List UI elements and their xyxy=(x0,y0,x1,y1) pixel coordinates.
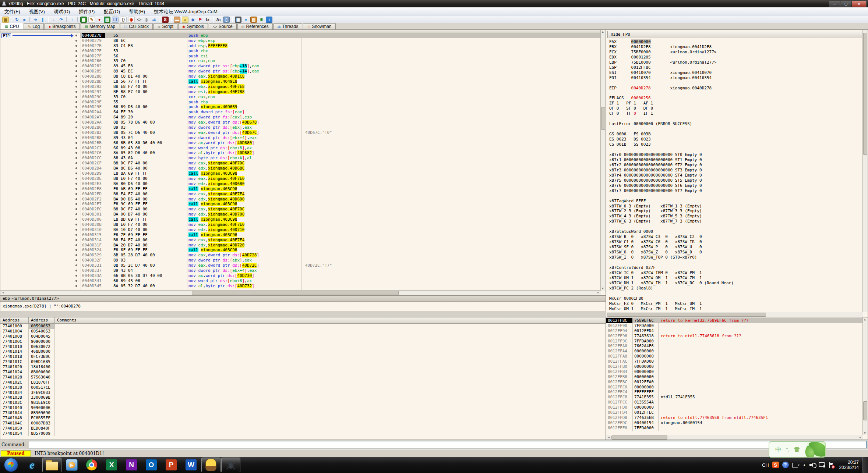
bug-report-icon[interactable]: ✱ xyxy=(258,17,264,22)
register-line[interactable]: EIP 0040D278 xiongmao.0040D278 xyxy=(609,86,862,91)
dump-row[interactable]: 77401030000517CE xyxy=(0,385,606,390)
breakpoint-dot[interactable] xyxy=(75,157,77,159)
registers-panel[interactable]: Hide FPU EAX 00000000EBX 0041D2F8 xiongm… xyxy=(606,29,868,317)
register-line[interactable]: EDX 00001205 xyxy=(609,55,862,60)
tab-log[interactable]: ✎Log xyxy=(24,23,44,29)
register-line[interactable]: x87r6 00000000000000000000 ST6 Empty 0 xyxy=(609,183,862,188)
registers-hscrollbar[interactable] xyxy=(606,312,863,317)
tab-references[interactable]: ◎References xyxy=(237,23,273,29)
stack-row[interactable]: 0012FF8C7589EF6Creturn to kernel32.7589E… xyxy=(606,318,862,323)
register-line[interactable]: x87r4 00000000000000000000 ST4 Empty 0 xyxy=(609,173,862,178)
disasm-row[interactable]: 0040D29F68 69 D6 40 00push xiongmao.40D6… xyxy=(0,104,601,110)
snowman-icon[interactable]: S xyxy=(162,17,169,23)
breakpoint-dot[interactable] xyxy=(75,40,77,42)
register-line[interactable]: EBX 0041D2F8 xiongmao.0041D2F8 xyxy=(609,45,862,50)
disasm-row[interactable]: 0040D31AB8 E4 F7 40 00mov eax,xiongmao.4… xyxy=(0,238,601,243)
register-line[interactable]: x87ControlWord 027F xyxy=(609,265,862,270)
breakpoint-dot[interactable] xyxy=(75,270,77,271)
breakpoint-dot[interactable] xyxy=(75,178,77,179)
breakpoint-dot[interactable] xyxy=(75,234,77,236)
register-line[interactable]: OF 0 SF 0 DF 0 xyxy=(609,106,862,111)
step-out-icon[interactable]: ↑ xyxy=(69,17,75,22)
register-line[interactable]: x87StatusWord 0000 xyxy=(609,229,862,234)
minimize-button[interactable]: — xyxy=(829,1,840,7)
disasm-column-header[interactable] xyxy=(0,30,601,33)
dump-row[interactable]: 7740103C9B1EE9C0 xyxy=(0,400,606,405)
tab-memory-map[interactable]: ▤Memory Map xyxy=(81,23,119,29)
ime-status-popup[interactable]: 中 °, xyxy=(769,441,826,458)
disasm-row[interactable]: 0040D28DE8 56 77 FF FFcall xiongmao.4049… xyxy=(0,79,601,84)
stack-row[interactable]: 0012FF907FFDA000 xyxy=(606,323,862,328)
disasm-row[interactable]: 0040D2FCB8 DC F7 40 00mov eax,xiongmao.4… xyxy=(0,207,601,212)
network-icon[interactable] xyxy=(819,462,825,467)
menu-item[interactable]: 技术论坛:WwW.JmpOep.CoM xyxy=(149,8,222,16)
stack-row[interactable]: 0012FFCC0135554A xyxy=(606,400,862,405)
breakpoint-dot[interactable] xyxy=(75,162,77,164)
dump-row[interactable]: 774010343FE9C033 xyxy=(0,390,606,395)
register-line[interactable]: x87CW_PC 2 (Real8) xyxy=(609,286,862,291)
breakpoint-dot[interactable] xyxy=(75,106,77,108)
dump-row[interactable]: 77401008004D0045 xyxy=(0,334,606,339)
register-value[interactable]: 00000256 xyxy=(631,96,651,100)
globe-icon[interactable]: ● xyxy=(243,17,249,22)
ie-icon[interactable]: e xyxy=(22,458,42,472)
register-line[interactable] xyxy=(609,91,862,96)
dump-row[interactable]: 7740104C00087D83 xyxy=(0,421,606,426)
disasm-row[interactable]: 0040D2E3BA B0 D6 40 00mov edx,xiongmao.4… xyxy=(0,181,601,186)
register-line[interactable]: EFLAGS 00000256 xyxy=(609,96,862,101)
onenote-icon[interactable]: N xyxy=(122,458,141,472)
menu-item[interactable]: 视图(V) xyxy=(25,8,49,16)
stack-row[interactable]: 0012FFC4FFFFFFFF xyxy=(606,390,862,395)
stack-row[interactable]: 0012FFBC0012FFA0 xyxy=(606,380,862,385)
register-line[interactable] xyxy=(609,291,862,296)
step-into-icon[interactable]: ↓ xyxy=(51,17,57,22)
register-line[interactable] xyxy=(609,116,862,121)
disasm-row[interactable]: 0040D2A464 FF 30push dword ptr fs:[eax] xyxy=(0,110,601,115)
register-line[interactable]: LastError 00000000 (ERROR_SUCCESS) xyxy=(609,121,862,127)
breakpoint-dot[interactable] xyxy=(75,132,77,134)
disasm-row[interactable]: 0040D27E53push ebx xyxy=(0,49,601,54)
breakpoint-dot[interactable] xyxy=(75,111,77,113)
register-line[interactable]: CS 001B SS 0023 xyxy=(609,142,862,147)
dump-panel[interactable]: Address Address Comments 774010000059005… xyxy=(0,317,606,440)
register-line[interactable]: x87CW_DM 1 x87CW_IM 1 x87CW_RC 0 (Round … xyxy=(609,281,862,286)
sogou-input-icon[interactable]: S xyxy=(772,462,779,468)
start-button[interactable] xyxy=(0,458,22,472)
word-icon[interactable]: W xyxy=(181,458,201,472)
tab-breakpoints[interactable]: ●Breakpoints xyxy=(45,23,80,29)
register-line[interactable]: x87r2 00000000000000000000 ST2 Empty 0 xyxy=(609,163,862,168)
register-line[interactable]: EBP 75BE0000 <urlmon.Ordinal277> xyxy=(609,60,862,65)
register-value[interactable]: xiongmao.0040D278 xyxy=(651,86,712,90)
disasm-row[interactable]: 0040D27F56push esi xyxy=(0,54,601,59)
disasm-row[interactable]: 0040D288B8 C8 D1 40 00mov eax,xiongmao.4… xyxy=(0,74,601,79)
disasm-row[interactable]: 0040D315E8 7E 69 FF FFcall xiongmao.403C… xyxy=(0,232,601,238)
breakpoint-dot[interactable] xyxy=(75,275,77,277)
disasm-row[interactable]: 0040D32F89 03mov dword ptr ds:[ebx],eax xyxy=(0,258,601,263)
memory-map-icon[interactable]: ▤ xyxy=(104,17,110,23)
volume-icon[interactable] xyxy=(809,462,815,467)
menu-item[interactable]: 插件(P) xyxy=(74,8,99,16)
breakpoint-dot[interactable] xyxy=(75,198,77,200)
register-line[interactable]: GS 0000 FS 003B xyxy=(609,132,862,137)
command-input[interactable] xyxy=(29,441,867,448)
functions-icon[interactable]: fx xyxy=(205,17,211,22)
explorer-icon[interactable] xyxy=(42,458,61,472)
disasm-row[interactable]: 0040D28589 45 ECmov dword ptr ss:[ebp-14… xyxy=(0,69,601,74)
disasm-row[interactable]: 0040D2CC88 43 0Amov byte ptr ds:[ebx+A],… xyxy=(0,156,601,161)
run-icon[interactable]: ➔ xyxy=(32,17,38,22)
register-line[interactable]: ECX 75BE0000 <urlmon.Ordinal277> xyxy=(609,50,862,55)
disasm-row[interactable]: 0040D301BA 00 D7 40 00mov edx,xiongmao.4… xyxy=(0,212,601,217)
manual-icon[interactable]: ▤ xyxy=(250,17,257,23)
register-line[interactable]: x87SW_B 0 x87SW_C3 0 x87SW_C2 0 xyxy=(609,234,862,239)
dump-row[interactable]: 7740102CE81870FF xyxy=(0,380,606,385)
menu-item[interactable]: 调试(D) xyxy=(49,8,74,16)
debugger-bug-icon[interactable] xyxy=(221,458,240,472)
stack-row[interactable]: 0012FFA07662A4F6 xyxy=(606,344,862,349)
breakpoint-dot[interactable] xyxy=(75,127,77,128)
breakpoint-dot[interactable] xyxy=(75,45,77,47)
menu-item[interactable]: 文件(F) xyxy=(0,8,25,16)
hide-fpu-button[interactable]: Hide FPU xyxy=(607,31,862,38)
register-line[interactable] xyxy=(609,260,862,265)
register-value[interactable]: CF 0 TF xyxy=(609,111,634,116)
breakpoint-dot[interactable] xyxy=(75,137,77,139)
